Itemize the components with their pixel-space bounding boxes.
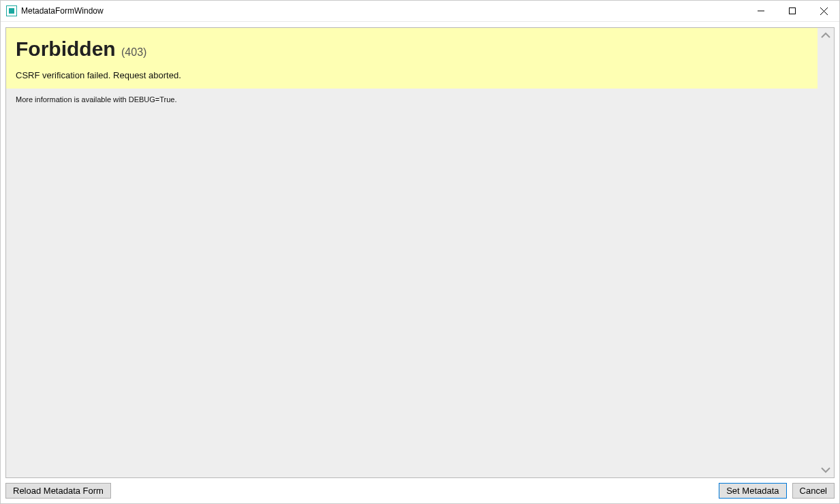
scroll-down-button[interactable]	[818, 462, 834, 477]
reload-metadata-form-button[interactable]: Reload Metadata Form	[5, 483, 111, 499]
window-title: MetadataFormWindow	[21, 6, 104, 16]
set-metadata-button[interactable]: Set Metadata	[719, 483, 786, 499]
maximize-button[interactable]	[777, 1, 808, 21]
maximize-icon	[789, 7, 796, 14]
error-banner: Forbidden (403) CSRF verification failed…	[6, 28, 818, 89]
chevron-up-icon	[821, 32, 830, 39]
minimize-button[interactable]	[745, 1, 777, 21]
scroll-track[interactable]	[818, 43, 834, 462]
title-bar[interactable]: MetadataFormWindow	[1, 1, 839, 22]
cancel-button[interactable]: Cancel	[792, 483, 835, 499]
close-button[interactable]	[808, 1, 839, 21]
window-root: MetadataFormWindow Forbidden (403) CSRF …	[0, 0, 840, 504]
minimize-icon	[758, 7, 764, 14]
error-heading: Forbidden (403)	[16, 37, 808, 61]
button-bar: Reload Metadata Form Set Metadata Cancel	[5, 483, 835, 499]
error-message: CSRF verification failed. Request aborte…	[16, 70, 808, 80]
svg-rect-1	[790, 8, 796, 14]
chevron-down-icon	[821, 467, 830, 473]
content-frame: Forbidden (403) CSRF verification failed…	[5, 27, 835, 478]
scroll-up-button[interactable]	[818, 28, 834, 43]
content-body: Forbidden (403) CSRF verification failed…	[6, 28, 818, 477]
debug-info: More information is available with DEBUG…	[6, 89, 818, 110]
error-heading-text: Forbidden	[16, 37, 116, 60]
client-area: Forbidden (403) CSRF verification failed…	[1, 22, 839, 503]
error-code: (403)	[121, 46, 146, 58]
vertical-scrollbar[interactable]	[818, 28, 834, 477]
app-icon	[6, 5, 17, 16]
close-icon	[820, 7, 828, 15]
